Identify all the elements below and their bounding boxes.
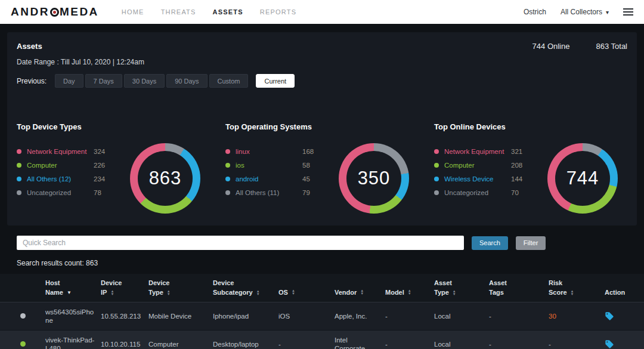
column-header-text: Subcategory▲▼: [213, 289, 278, 297]
range-button-custom[interactable]: Custom: [209, 74, 249, 88]
nav-item-assets[interactable]: ASSETS: [213, 8, 243, 16]
column-header-text: IP▲▼: [101, 289, 148, 297]
range-button-current[interactable]: Current: [256, 74, 295, 88]
sort-icon: ▲▼: [453, 290, 456, 296]
legend-label: android: [236, 175, 302, 183]
column-header-text: Type▲▼: [434, 289, 489, 297]
column-header-text: Model▲▼: [385, 289, 434, 297]
legend-dot-icon: [434, 149, 439, 154]
range-button-90-days[interactable]: 90 Days: [166, 74, 207, 88]
legend-dot-icon: [225, 149, 230, 154]
table-row[interactable]: ws564305siPhone10.55.28.213Mobile Device…: [0, 302, 644, 331]
nav-item-home[interactable]: HOME: [122, 8, 144, 16]
cell-device-ip: 10.55.28.213: [101, 312, 148, 320]
legend-label: Network Equipment: [27, 148, 94, 155]
nav-item-threats[interactable]: THREATS: [161, 8, 196, 16]
legend-label: Uncategorized: [444, 189, 511, 196]
asset-stats: 744 Online 863 Total: [532, 42, 627, 51]
page-title: Assets: [17, 42, 42, 51]
column-header-text: Host: [45, 279, 101, 287]
tag-icon[interactable]: [605, 339, 614, 349]
legend-item[interactable]: Computer226: [17, 162, 105, 169]
cell-vendor: Apple, Inc.: [335, 312, 385, 320]
legend-item[interactable]: ios58: [225, 162, 314, 169]
range-button-7-days[interactable]: 7 Days: [85, 74, 122, 88]
column-header-os[interactable]: OS▲▼: [278, 280, 335, 297]
app-logo[interactable]: ANDRMEDA: [11, 5, 99, 18]
column-header-action: Action: [605, 280, 644, 297]
donut-chart[interactable]: 863: [130, 143, 200, 214]
column-header-vendor[interactable]: Vendor▲▼: [335, 280, 385, 297]
legend-item[interactable]: Uncategorized78: [17, 189, 105, 196]
legend-label: Network Equipment: [444, 148, 511, 155]
range-button-day[interactable]: Day: [55, 74, 83, 88]
cell-device-type: Computer: [148, 340, 213, 348]
chart-top-operating-systems: Top Operating Systems linux168ios58andro…: [225, 122, 419, 214]
table-header: HostName▼DeviceIP▲▼DeviceType▲▼DeviceSub…: [0, 274, 644, 302]
legend-item[interactable]: linux168: [225, 148, 314, 155]
legend-item[interactable]: android45: [225, 175, 314, 183]
column-header-text: Action: [605, 289, 644, 297]
legend-label: linux: [236, 148, 302, 155]
search-button[interactable]: Search: [472, 236, 508, 250]
sort-icon: ▲▼: [292, 289, 295, 295]
legend-item[interactable]: All Others (11)79: [225, 189, 314, 196]
cell-host-name: vivek-ThinkPad-L480: [45, 336, 101, 349]
chart-legend: linux168ios58android45All Others (11)79: [225, 148, 314, 196]
date-range-label: Date Range : Till Jul 10, 2020 | 12:24am: [17, 58, 627, 66]
column-header-device-subcategory[interactable]: DeviceSubcategory▲▼: [213, 279, 278, 297]
total-count: 863 Total: [596, 42, 627, 51]
chart-top-device-types: Top Device Types Network Equipment324Com…: [17, 122, 210, 214]
legend-dot-icon: [434, 163, 439, 168]
legend-value: 45: [302, 175, 310, 183]
chevron-down-icon: ▾: [606, 9, 609, 16]
nav-item-reports[interactable]: REPORTS: [260, 8, 296, 16]
cell-model: -: [385, 340, 434, 348]
legend-item[interactable]: Uncategorized70: [434, 189, 522, 196]
legend-dot-icon: [434, 190, 439, 195]
range-buttons: Day7 Days30 Days90 DaysCustomCurrent: [55, 74, 295, 88]
range-button-30-days[interactable]: 30 Days: [124, 74, 165, 88]
column-header-device-type[interactable]: DeviceType▲▼: [148, 279, 213, 297]
column-header-device-ip[interactable]: DeviceIP▲▼: [101, 279, 148, 297]
donut-chart[interactable]: 744: [547, 143, 618, 214]
hamburger-menu-icon[interactable]: [623, 8, 633, 16]
legend-value: 70: [511, 189, 519, 196]
tag-icon[interactable]: [605, 311, 614, 321]
chart-title: Top Online Devices: [434, 122, 627, 131]
main-nav: HOMETHREATSASSETSREPORTS: [122, 8, 296, 16]
legend-item[interactable]: Network Equipment321: [434, 148, 522, 155]
legend-label: Uncategorized: [27, 189, 94, 196]
search-input[interactable]: [17, 236, 464, 250]
sort-icon: ▲▼: [110, 290, 114, 296]
legend-item[interactable]: All Others (12)234: [17, 175, 105, 183]
column-header-text: Risk: [549, 279, 605, 287]
cell-asset-type: Local: [434, 312, 489, 320]
column-header-asset-type[interactable]: AssetType▲▼: [434, 279, 489, 297]
cell-host-name: ws564305siPhone: [45, 308, 101, 325]
donut-chart[interactable]: 350: [339, 143, 409, 214]
legend-item[interactable]: Computer208: [434, 162, 522, 169]
collector-select[interactable]: All Collectors ▾: [561, 8, 609, 16]
legend-dot-icon: [434, 177, 439, 181]
legend-value: 208: [511, 162, 522, 169]
username[interactable]: Ostrich: [524, 8, 546, 16]
sort-icon: ▲▼: [256, 290, 260, 296]
column-header-host-name[interactable]: HostName▼: [45, 279, 101, 297]
table-row[interactable]: vivek-ThinkPad-L48010.10.20.115ComputerD…: [0, 331, 644, 349]
column-header-risk-score[interactable]: RiskScore▲▼: [549, 279, 605, 297]
legend-label: Wireless Device: [444, 175, 511, 183]
assets-table: HostName▼DeviceIP▲▼DeviceType▲▼DeviceSub…: [0, 274, 644, 349]
legend-value: 58: [302, 162, 310, 169]
filter-button[interactable]: Filter: [516, 236, 546, 250]
legend-dot-icon: [225, 177, 230, 181]
legend-item[interactable]: Network Equipment324: [17, 148, 105, 155]
chart-top-online-devices: Top Online Devices Network Equipment321C…: [434, 122, 627, 214]
sort-icon: ▲▼: [571, 290, 574, 296]
sort-icon: ▲▼: [360, 289, 364, 295]
legend-item[interactable]: Wireless Device144: [434, 175, 522, 183]
column-header-text: Asset: [434, 279, 489, 287]
topbar-right: Ostrich All Collectors ▾: [524, 8, 633, 16]
column-header-model[interactable]: Model▲▼: [385, 280, 434, 297]
column-header-status: [10, 280, 45, 297]
